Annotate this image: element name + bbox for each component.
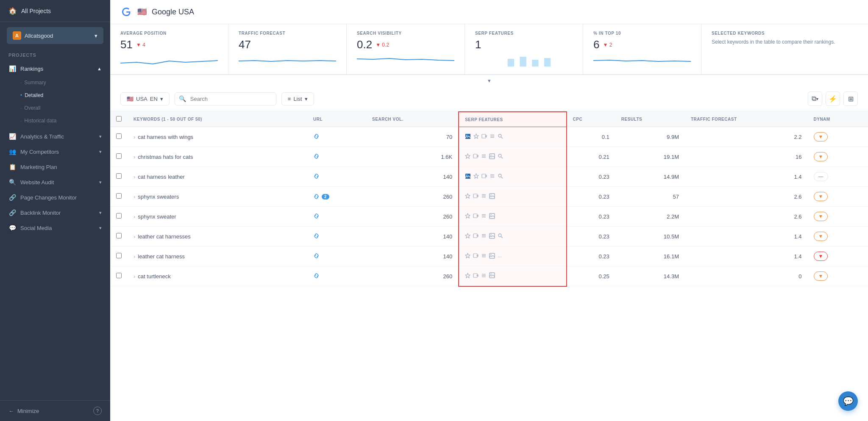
- serp-features-cell: ···: [459, 247, 566, 266]
- keyword-expand-icon[interactable]: ›: [134, 194, 135, 200]
- engine-selector-button[interactable]: 🇺🇸 USA EN ▾: [120, 92, 170, 105]
- copy-chevron-icon: ▾: [816, 97, 818, 101]
- toolbar-right: ⧉ ▾ ⚡ ⊞: [808, 91, 858, 106]
- dynamic-badge: ▼: [814, 192, 828, 201]
- social-icon: 💬: [8, 224, 16, 231]
- chat-bubble-button[interactable]: 💬: [838, 391, 858, 411]
- sidebar-item-historical[interactable]: Historical data: [0, 114, 110, 127]
- url-icon[interactable]: [313, 253, 320, 260]
- svg-line-59: [501, 237, 503, 238]
- dynamic-cell: ▼: [808, 127, 868, 147]
- sidebar-item-overall[interactable]: Overall: [0, 102, 110, 114]
- keyword-expand-icon[interactable]: ›: [134, 134, 135, 140]
- stat-avg-position-value: 51: [120, 38, 133, 51]
- help-icon[interactable]: ?: [93, 407, 102, 415]
- sidebar-item-page-monitor[interactable]: 🔗 Page Changes Monitor: [0, 190, 110, 205]
- cpc-cell: 0.23: [567, 167, 615, 187]
- serp-zoom-icon: [498, 153, 503, 160]
- serp-img-icon: [489, 213, 495, 220]
- url-cell: [307, 147, 366, 167]
- columns-button[interactable]: ⊞: [843, 91, 858, 106]
- keyword-expand-icon[interactable]: ›: [134, 233, 135, 240]
- serp-img-icon: [489, 233, 495, 240]
- url-badge: 2: [322, 194, 329, 199]
- competitors-icon: 👥: [8, 148, 16, 155]
- url-icon[interactable]: [313, 213, 320, 220]
- keyword-cell: ›sphynx sweater: [128, 207, 307, 227]
- expand-stats-button[interactable]: ▾: [110, 75, 868, 86]
- sidebar-item-marketing[interactable]: 📋 Marketing Plan: [0, 159, 110, 174]
- url-icon[interactable]: [313, 233, 320, 240]
- row-checkbox[interactable]: [116, 193, 122, 199]
- svg-rect-48: [490, 213, 495, 219]
- url-icon[interactable]: [313, 174, 320, 180]
- keyword-expand-icon[interactable]: ›: [134, 273, 135, 280]
- sidebar-item-social[interactable]: 💬 Social Media ▾: [0, 220, 110, 235]
- minimize-arrow-icon: ←: [8, 408, 14, 414]
- keyword-text: cat turtleneck: [138, 273, 170, 280]
- row-checkbox-cell: [110, 266, 128, 286]
- table-row: ›cat turtleneck2600.2514.3M0▼: [110, 266, 868, 286]
- list-view-button[interactable]: ≡ List ▾: [281, 92, 314, 105]
- minimize-button[interactable]: ← Minimize ?: [0, 400, 110, 421]
- row-checkbox[interactable]: [116, 233, 122, 238]
- traffic-forecast-cell: 1.4: [685, 247, 808, 266]
- url-icon[interactable]: [313, 273, 320, 280]
- svg-marker-42: [465, 213, 470, 218]
- table-row: ›cat harness leather1400.2314.9M1.4—: [110, 167, 868, 187]
- traffic-forecast-cell: 0: [685, 266, 808, 286]
- row-checkbox[interactable]: [116, 213, 122, 219]
- copy-button[interactable]: ⧉ ▾: [808, 91, 822, 106]
- table-row: ›cat harness with wings700.19.9M2.2▼: [110, 127, 868, 147]
- search-vol-cell: 140: [366, 227, 459, 247]
- keyword-cell: ›leather cat harnesses: [128, 227, 307, 247]
- col-select-all[interactable]: [110, 112, 128, 127]
- serp-features-cell: [459, 266, 566, 286]
- project-selector[interactable]: A Allcatsgood ▾: [7, 27, 103, 44]
- sidebar-item-rankings[interactable]: 📊 Rankings ▲: [0, 61, 110, 76]
- minimize-label: Minimize: [17, 408, 39, 414]
- serp-img-icon: [489, 253, 495, 260]
- url-icon[interactable]: 2: [313, 194, 360, 199]
- keyword-expand-icon[interactable]: ›: [134, 213, 135, 220]
- results-cell: 2.2M: [615, 207, 685, 227]
- keyword-search-input[interactable]: [175, 92, 276, 105]
- traffic-forecast-cell: 16: [685, 147, 808, 167]
- row-checkbox[interactable]: [116, 153, 122, 159]
- url-icon[interactable]: [313, 134, 320, 141]
- keyword-search-wrapper: 🔍: [175, 92, 276, 105]
- col-keywords: KEYWORDS (1 - 50 OUT OF 50): [128, 112, 307, 127]
- url-cell: [307, 247, 366, 266]
- row-checkbox[interactable]: [116, 133, 122, 139]
- serp-star-icon: [465, 273, 470, 280]
- dynamic-badge: ▼: [814, 271, 828, 281]
- sidebar-item-competitors[interactable]: 👥 My Competitors ▾: [0, 144, 110, 159]
- keyword-expand-icon[interactable]: ›: [134, 253, 135, 260]
- serp-features-cell: [459, 207, 566, 227]
- serp-img-icon: [465, 173, 471, 180]
- list-chevron-icon: ▾: [305, 96, 308, 102]
- engine-label: USA: [136, 96, 147, 102]
- page-monitor-icon: 🔗: [8, 194, 16, 201]
- serp-more-icon: ···: [498, 253, 502, 260]
- svg-rect-0: [508, 59, 514, 66]
- sidebar-item-analytics[interactable]: 📈 Analytics & Traffic ▾: [0, 129, 110, 144]
- keyword-expand-icon[interactable]: ›: [134, 154, 135, 160]
- sidebar-item-summary[interactable]: Summary: [0, 76, 110, 89]
- dynamic-badge: ▼: [814, 132, 828, 141]
- dynamic-cell: ▼: [808, 207, 868, 227]
- sidebar-item-backlink[interactable]: 🔗 Backlink Monitor ▾: [0, 205, 110, 220]
- filter-button[interactable]: ⚡: [826, 91, 840, 106]
- url-icon[interactable]: [313, 154, 320, 161]
- keyword-expand-icon[interactable]: ›: [134, 174, 135, 180]
- sidebar-item-audit[interactable]: 🔍 Website Audit ▾: [0, 174, 110, 190]
- row-checkbox[interactable]: [116, 173, 122, 179]
- sidebar-item-detailed[interactable]: Detailed: [0, 89, 110, 102]
- row-checkbox[interactable]: [116, 273, 122, 278]
- dynamic-badge: ▼: [814, 212, 828, 221]
- select-all-checkbox[interactable]: [116, 116, 122, 122]
- row-checkbox[interactable]: [116, 253, 122, 258]
- keyword-cell: ›leather cat harness: [128, 247, 307, 266]
- cpc-cell: 0.21: [567, 147, 615, 167]
- all-projects-link[interactable]: 🏠 All Projects: [0, 0, 110, 22]
